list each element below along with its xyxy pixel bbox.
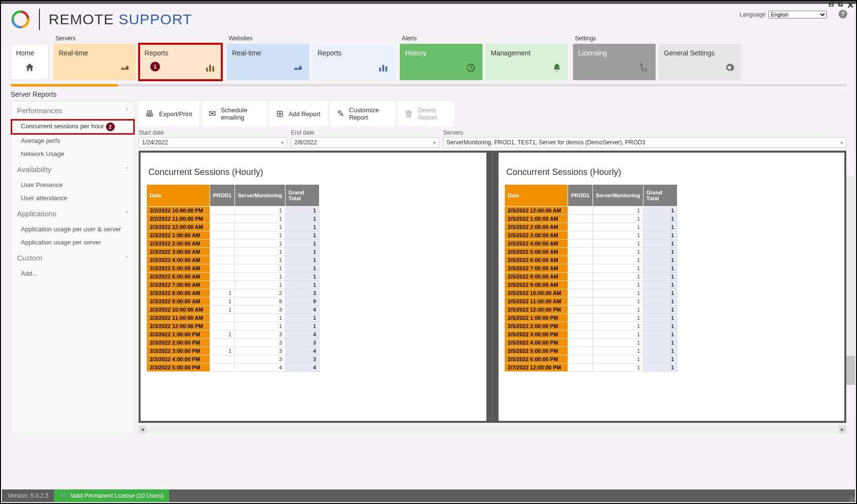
- table-row: 2/5/2022 3:00:00 AM11: [505, 231, 678, 240]
- trash-icon: 🗑: [405, 109, 413, 119]
- tab-alerts-management[interactable]: Management: [485, 44, 568, 80]
- col-servermonitoring: ServerMonitoring: [234, 185, 285, 207]
- col-servermonitoring: ServerMonitoring: [592, 185, 643, 207]
- chevron-up-icon: ˄: [126, 211, 128, 216]
- table-row: 2/3/2022 9:00:00 AM189: [147, 297, 320, 306]
- table-row: 2/5/2022 6:00:00 PM11: [505, 355, 678, 364]
- scroll-left-icon[interactable]: ◄: [139, 426, 146, 434]
- table-row: 2/3/2022 2:00:00 PM33: [147, 339, 320, 347]
- language-label: Language: [740, 11, 766, 18]
- sidebar-item-app-per-server[interactable]: Application usage per server: [11, 236, 134, 249]
- version-label: Version: 5.0.2.3: [2, 489, 54, 502]
- table-row: 2/7/2022 12:00:00 PM11: [505, 364, 678, 372]
- vertical-scroll-thumb[interactable]: [846, 356, 855, 385]
- table-row: 2/5/2022 9:00:00 AM11: [505, 281, 678, 289]
- group-alerts-label: Alerts: [400, 35, 568, 42]
- svg-rect-5: [386, 66, 388, 71]
- realtime-icon: [292, 62, 303, 76]
- start-date-input[interactable]: 1/24/2022▾: [139, 137, 287, 148]
- svg-rect-2: [213, 66, 214, 71]
- annotation-badge-1: 1: [150, 62, 160, 71]
- horizontal-scrollbar[interactable]: ◄ ►: [139, 426, 846, 434]
- tab-websites-realtime[interactable]: Real-time: [227, 44, 309, 80]
- chevron-up-icon: ˄: [126, 108, 128, 113]
- report-sidebar: Performances˄ Concurrent sessions per ho…: [11, 101, 135, 434]
- table-row: 2/5/2022 6:00:00 AM11: [505, 256, 678, 264]
- tab-servers-realtime[interactable]: Real-time: [54, 44, 136, 80]
- col-date: Date: [147, 185, 210, 207]
- nav-underline: [11, 84, 846, 87]
- group-websites-label: Websites: [227, 35, 395, 42]
- sidebar-item-user-attendance[interactable]: User attendance: [11, 191, 134, 205]
- chevron-down-icon: ▾: [433, 140, 436, 145]
- start-date-label: Start date: [139, 129, 287, 136]
- pencil-icon: ✎: [337, 108, 344, 119]
- table-row: 2/5/2022 3:00:00 PM11: [505, 330, 678, 339]
- tab-settings-licensing[interactable]: Licensing: [573, 44, 656, 80]
- table-row: 2/3/2022 1:00:00 AM11: [147, 231, 320, 240]
- scroll-right-icon[interactable]: ►: [839, 426, 846, 434]
- tab-servers-reports[interactable]: Reports 1: [139, 44, 222, 80]
- table-row: 2/3/2022 1:00:00 PM134: [147, 330, 320, 339]
- cart-icon: [639, 62, 649, 76]
- tab-settings-general[interactable]: General Settings: [659, 44, 741, 80]
- sidebar-item-user-presence[interactable]: User Presence: [11, 178, 134, 191]
- table-row: 2/3/2022 11:00:00 AM11: [147, 314, 320, 322]
- sidebar-group-applications[interactable]: Applications˄: [11, 205, 134, 223]
- svg-rect-0: [206, 68, 208, 71]
- language-select[interactable]: English: [768, 11, 827, 18]
- tab-home[interactable]: Home: [11, 44, 49, 80]
- table-row: 2/5/2022 4:00:00 AM11: [505, 240, 678, 248]
- table-row: 2/3/2022 4:00:00 AM11: [147, 256, 320, 264]
- add-report-icon: ⊞: [276, 108, 284, 119]
- servers-filter-input[interactable]: ServerMonitoring, PROD1, TEST1, Server f…: [443, 137, 846, 148]
- servers-filter-label: Servers: [443, 129, 846, 136]
- license-status[interactable]: 🛒 Valid Permanent License (10 Users): [54, 489, 169, 502]
- col-prod1: PROD1: [210, 185, 235, 207]
- customize-report-button[interactable]: ✎Customize Report: [330, 101, 395, 126]
- table-row: 2/3/2022 5:00:00 PM44: [147, 364, 320, 372]
- svg-rect-3: [379, 68, 381, 71]
- table-row: 2/3/2022 2:00:00 AM11: [147, 240, 320, 248]
- tab-alerts-history[interactable]: History: [400, 44, 482, 80]
- svg-rect-1: [209, 65, 211, 72]
- schedule-emailing-button[interactable]: ✉Schedule emailing: [202, 101, 267, 126]
- status-bar: Version: 5.0.2.3 🛒 Valid Permanent Licen…: [2, 489, 855, 502]
- table-row: 2/5/2022 1:00:00 AM11: [505, 215, 678, 223]
- sidebar-item-concurrent-sessions[interactable]: Concurrent sessions per hour2: [11, 120, 134, 134]
- sidebar-item-add-custom[interactable]: Add...: [11, 267, 134, 280]
- table-row: 2/3/2022 4:00:00 PM33: [147, 355, 320, 364]
- table-row: 2/5/2022 12:00:00 PM11: [505, 306, 678, 314]
- report-title: Concurrent Sessions (Hourly): [506, 167, 839, 177]
- group-settings-label: Settings: [573, 35, 741, 42]
- end-date-input[interactable]: 2/8/2022▾: [291, 137, 439, 148]
- sidebar-item-network-usage[interactable]: Network Usage: [11, 147, 134, 160]
- svg-point-6: [642, 70, 643, 72]
- table-row: 2/5/2022 7:00:00 AM11: [505, 264, 678, 273]
- table-row: 2/5/2022 2:00:00 AM11: [505, 223, 678, 231]
- resize-grip-icon[interactable]: [849, 496, 855, 502]
- export-print-button[interactable]: 🖶Export/Print: [139, 101, 199, 126]
- table-row: 2/2/2022 11:00:00 PM11: [147, 215, 320, 223]
- chevron-up-icon: ˄: [126, 255, 128, 261]
- sidebar-item-average-perfs[interactable]: Average perfs: [11, 134, 134, 147]
- table-row: 2/5/2022 10:00:00 AM11: [505, 289, 678, 297]
- realtime-icon: [119, 62, 130, 76]
- delete-report-button[interactable]: 🗑Delete Report: [398, 101, 454, 126]
- add-report-button[interactable]: ⊞Add Report: [269, 101, 327, 126]
- table-row: 2/5/2022 5:00:00 AM11: [505, 248, 678, 256]
- section-title: Server Reports: [1, 87, 856, 101]
- sidebar-item-app-per-user[interactable]: Application usage per user & server: [11, 223, 134, 236]
- col-prod1: PROD1: [568, 185, 593, 207]
- help-icon[interactable]: ?: [839, 10, 847, 18]
- chevron-up-icon: ˄: [126, 167, 128, 172]
- vertical-scrollbar[interactable]: [846, 176, 855, 385]
- table-row: 2/5/2022 4:00:00 PM11: [505, 339, 678, 347]
- sidebar-group-availability[interactable]: Availability˄: [11, 160, 134, 178]
- tab-websites-reports[interactable]: Reports: [312, 44, 395, 80]
- sidebar-group-custom[interactable]: Custom˄: [11, 249, 134, 267]
- table-row: 2/3/2022 3:00:00 PM134: [147, 347, 320, 355]
- sidebar-group-performances[interactable]: Performances˄: [11, 102, 134, 120]
- gear-icon: [724, 62, 735, 76]
- table-row: 2/5/2022 5:00:00 PM11: [505, 347, 678, 355]
